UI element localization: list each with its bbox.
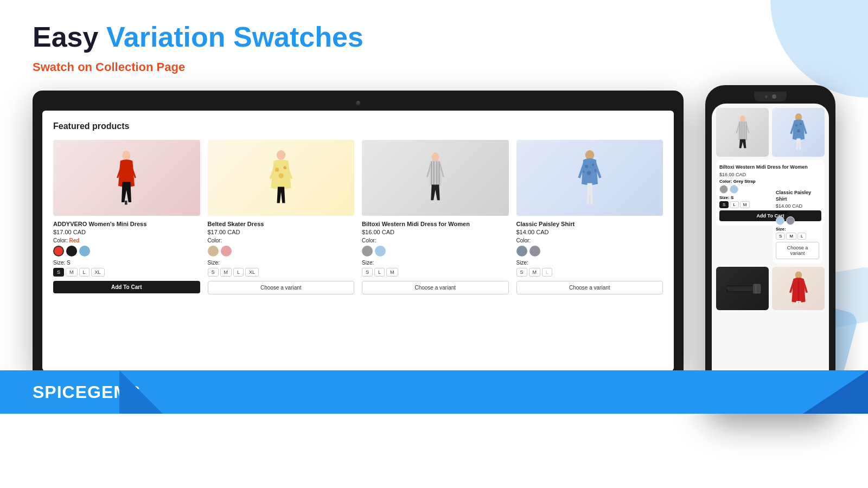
phone-size-s-1[interactable]: S	[719, 201, 729, 208]
product-card-4: Classic Paisley Shirt $14.00 CAD Color: …	[516, 140, 663, 294]
svg-rect-45	[726, 288, 730, 289]
phone-add-to-cart-btn[interactable]: Add To Cart	[719, 210, 821, 221]
phone-swatch-blue-2[interactable]	[776, 216, 784, 225]
featured-products-title: Featured products	[53, 121, 663, 131]
footer-corner-shape	[119, 370, 163, 414]
color-swatches-4	[516, 246, 663, 256]
size-m-3[interactable]: M	[386, 268, 398, 277]
kurta-svg	[787, 267, 810, 310]
choose-variant-btn-3[interactable]: Choose a variant	[362, 281, 509, 294]
phone-choose-variant-btn[interactable]: Choose a variant	[776, 242, 819, 259]
swatch-blue-1[interactable]	[79, 246, 90, 256]
size-s-4[interactable]: S	[516, 268, 527, 277]
product-card-1: ADDYVERO Women's Mini Dress $17.00 CAD C…	[53, 140, 200, 294]
product-price-1: $17.00 CAD	[53, 229, 200, 235]
product-price-3: $16.00 CAD	[362, 229, 509, 235]
product-name-2: Belted Skater Dress	[208, 220, 355, 228]
phone-swatch-blue-1[interactable]	[730, 185, 738, 194]
phone-prod-name-1: Biltoxi Western Midi Dress for Women	[719, 164, 821, 171]
phone-swatch-slate-2[interactable]	[786, 216, 795, 225]
product-card-3: Biltoxi Western Midi Dress for Women $16…	[362, 140, 509, 294]
phone-size-m-1[interactable]: M	[740, 201, 750, 208]
size-l-4[interactable]: L	[542, 268, 552, 277]
size-m-1[interactable]: M	[66, 268, 78, 277]
phone-color-label-1: Color: Grey Strap	[719, 179, 821, 184]
size-s-1[interactable]: S	[53, 268, 64, 277]
svg-point-34	[800, 123, 802, 125]
size-xl-1[interactable]: XL	[91, 268, 105, 277]
product-name-1: ADDYVERO Women's Mini Dress	[53, 220, 200, 228]
phone-size-m-2[interactable]: M	[786, 233, 796, 240]
laptop-camera	[356, 101, 360, 105]
phone-mockup: Biltoxi Western Midi Dress for Women $16…	[705, 85, 835, 414]
belt-svg	[724, 277, 762, 301]
dress-figure-1	[110, 143, 143, 213]
swatch-red-1[interactable]	[53, 246, 64, 256]
phone-img-shirt	[772, 108, 825, 157]
size-buttons-3: S L M	[362, 268, 509, 277]
size-m-2[interactable]: M	[220, 268, 232, 277]
products-grid: ADDYVERO Women's Mini Dress $17.00 CAD C…	[53, 140, 663, 294]
product-price-4: $14.00 CAD	[516, 229, 663, 235]
phone-content: Biltoxi Western Midi Dress for Women $16…	[712, 104, 829, 314]
size-label-1: Size: S	[53, 260, 200, 266]
size-buttons-2: S M L XL	[208, 268, 355, 277]
phone-img-kurta	[772, 267, 825, 310]
phone-size-s-2[interactable]: S	[776, 233, 785, 240]
phone-size-l-2[interactable]: L	[797, 233, 806, 240]
size-buttons-4: S M L	[516, 268, 663, 277]
product-price-2: $17.00 CAD	[208, 229, 355, 235]
phone-bottom-images	[716, 267, 825, 310]
product-image-1	[53, 140, 200, 216]
svg-rect-39	[727, 286, 753, 291]
laptop-mockup: Featured products	[33, 91, 684, 397]
svg-rect-44	[726, 288, 730, 288]
svg-point-5	[275, 168, 279, 172]
size-l-3[interactable]: L	[374, 268, 385, 277]
svg-point-7	[278, 174, 283, 178]
svg-point-33	[795, 124, 797, 126]
add-to-cart-btn-1[interactable]: Add To Cart	[53, 281, 200, 293]
phone-swatch-gray-1[interactable]	[719, 185, 728, 194]
phone-screen: Biltoxi Western Midi Dress for Women $16…	[712, 104, 829, 407]
choose-variant-btn-4[interactable]: Choose a variant	[516, 281, 663, 294]
swatch-lightblue-3[interactable]	[375, 246, 386, 256]
size-buttons-1: S M L XL	[53, 268, 200, 277]
product-name-4: Classic Paisley Shirt	[516, 220, 663, 228]
svg-point-35	[797, 130, 800, 133]
color-swatches-1	[53, 246, 200, 256]
size-xl-2[interactable]: XL	[245, 268, 259, 277]
swatch-pink-2[interactable]	[221, 246, 232, 256]
swatch-beige-2[interactable]	[208, 246, 219, 256]
phone-size-l-1[interactable]: L	[730, 201, 738, 208]
size-s-3[interactable]: S	[362, 268, 373, 277]
size-label-3: Size:	[362, 260, 509, 266]
svg-point-10	[431, 152, 439, 162]
product-color-label-3: Color:	[362, 237, 509, 243]
main-content: Featured products	[0, 80, 868, 414]
product-card-2: Belted Skater Dress $17.00 CAD Color: Si…	[208, 140, 355, 294]
size-l-2[interactable]: L	[233, 268, 244, 277]
size-l-1[interactable]: L	[79, 268, 90, 277]
phone-prod-price-1: $16.00 CAD	[719, 172, 821, 177]
swatch-steel-4[interactable]	[516, 246, 527, 256]
svg-point-4	[277, 150, 286, 160]
svg-rect-41	[754, 284, 760, 293]
phone-product-card-2-wrapper: Classic Paisley Shirt $14.00 CAD Color:	[770, 185, 822, 264]
svg-rect-43	[726, 287, 730, 287]
size-label-4: Size:	[516, 260, 663, 266]
svg-point-19	[592, 164, 595, 166]
phone-dress-svg	[732, 108, 753, 156]
shirt-figure-4	[573, 143, 606, 213]
product-color-label-4: Color:	[516, 237, 663, 243]
size-s-2[interactable]: S	[208, 268, 219, 277]
swatch-slate-4[interactable]	[529, 246, 540, 256]
product-image-2	[208, 140, 355, 216]
swatch-gray-3[interactable]	[362, 246, 373, 256]
swatch-black-1[interactable]	[66, 246, 77, 256]
choose-variant-btn-2[interactable]: Choose a variant	[208, 281, 355, 294]
size-m-4[interactable]: M	[529, 268, 541, 277]
phone-product-card-2: Classic Paisley Shirt $14.00 CAD Color:	[773, 185, 822, 264]
laptop-screen: Featured products	[42, 111, 674, 371]
product-name-3: Biltoxi Western Midi Dress for Women	[362, 220, 509, 228]
